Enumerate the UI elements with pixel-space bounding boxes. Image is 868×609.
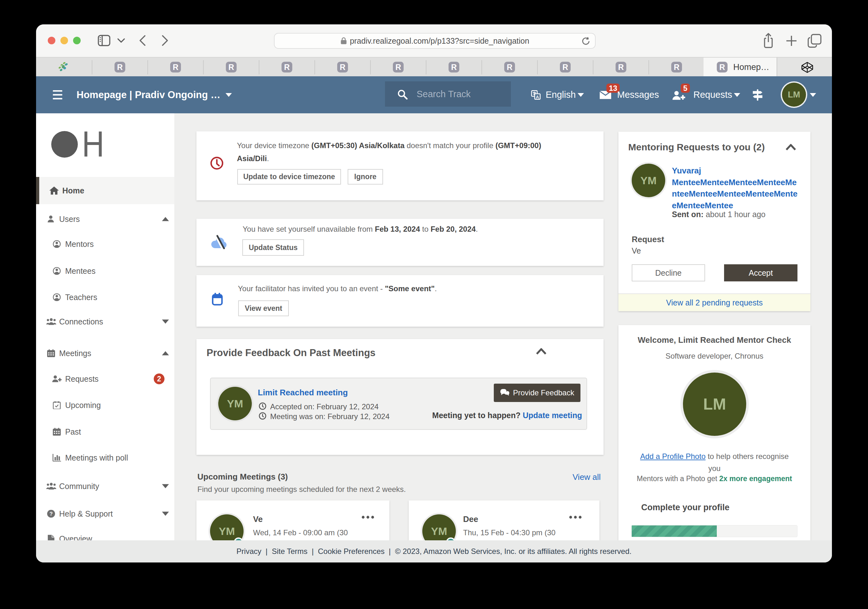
svg-text:A: A [536,95,539,99]
svg-text:?: ? [50,511,53,517]
